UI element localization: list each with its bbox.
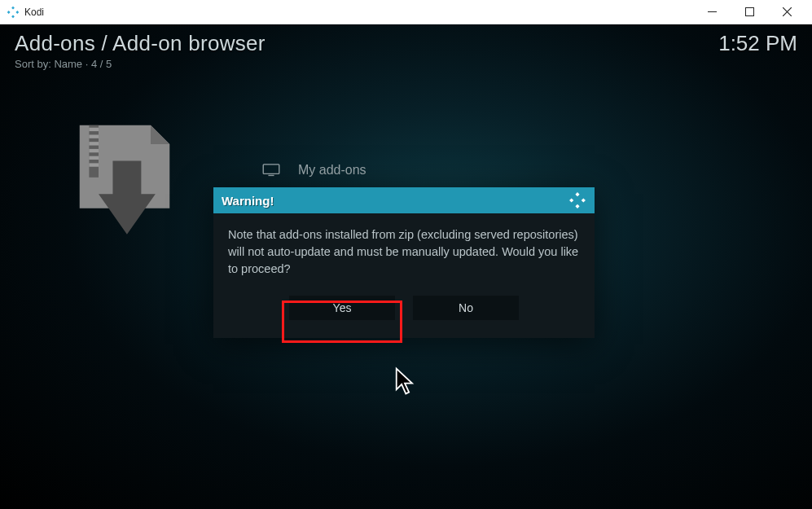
svg-rect-13 <box>268 175 274 176</box>
sort-separator: · <box>86 58 91 70</box>
svg-rect-8 <box>89 142 99 145</box>
svg-rect-9 <box>89 149 99 152</box>
maximize-button[interactable] <box>731 0 768 24</box>
warning-dialog: Warning! Note that add-ons installed fro… <box>213 187 595 338</box>
breadcrumb-block: Add-ons / Add-on browser Sort by: Name ·… <box>15 31 266 70</box>
kodi-icon <box>7 6 20 19</box>
svg-rect-2 <box>7 11 11 14</box>
sort-line: Sort by: Name · 4 / 5 <box>15 58 266 70</box>
svg-rect-7 <box>89 134 99 138</box>
sort-label: Sort by: Name <box>15 58 82 70</box>
page-header: Add-ons / Add-on browser Sort by: Name ·… <box>15 31 797 70</box>
app-window: Kodi Add-ons / Add-on browser Sort by: N… <box>0 0 812 509</box>
content-area: Add-ons / Add-on browser Sort by: Name ·… <box>0 24 812 509</box>
list-item-label: My add-ons <box>298 163 366 178</box>
yes-button[interactable]: Yes <box>289 296 395 320</box>
dialog-button-row: Yes No <box>213 286 595 338</box>
svg-rect-11 <box>89 163 99 166</box>
breadcrumb: Add-ons / Add-on browser <box>15 31 266 56</box>
yes-button-label: Yes <box>333 301 352 314</box>
svg-rect-17 <box>582 198 586 202</box>
kodi-logo-icon <box>568 191 586 209</box>
svg-rect-3 <box>15 11 19 14</box>
window-controls <box>693 0 805 24</box>
cursor-icon <box>393 366 417 396</box>
dialog-title: Warning! <box>222 194 274 208</box>
svg-rect-6 <box>89 128 99 131</box>
svg-rect-0 <box>11 6 15 9</box>
window-title: Kodi <box>24 7 44 18</box>
monitor-icon <box>262 164 280 177</box>
no-button[interactable]: No <box>413 296 519 320</box>
list-item-my-addons[interactable]: My add-ons <box>262 163 366 178</box>
position-indicator: 4 / 5 <box>91 58 112 70</box>
svg-rect-10 <box>89 156 99 160</box>
clock: 1:52 PM <box>718 31 797 56</box>
dialog-header: Warning! <box>213 187 595 213</box>
svg-rect-16 <box>569 198 573 202</box>
svg-rect-14 <box>575 192 579 196</box>
svg-rect-1 <box>11 15 15 18</box>
svg-rect-4 <box>745 8 753 16</box>
svg-rect-12 <box>263 165 279 174</box>
dialog-message: Note that add-ons installed from zip (ex… <box>213 213 595 286</box>
close-button[interactable] <box>768 0 805 24</box>
minimize-button[interactable] <box>693 0 731 24</box>
titlebar: Kodi <box>0 0 812 24</box>
zip-download-icon <box>64 121 186 251</box>
svg-rect-15 <box>575 204 579 208</box>
no-button-label: No <box>459 301 473 314</box>
